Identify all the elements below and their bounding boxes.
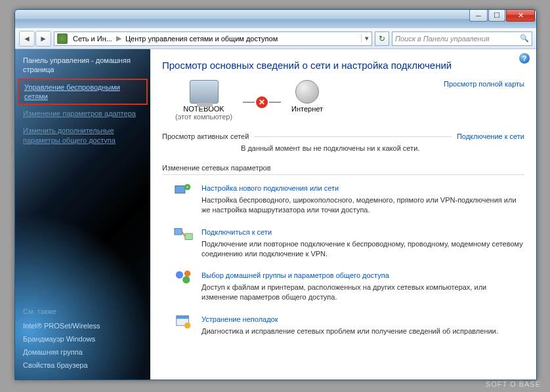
watermark: SOFT O BASE (486, 380, 541, 388)
setting-desc-3: Диагностика и исправление сетевых пробле… (201, 326, 498, 336)
main-content: ? Просмотр основных сведений о сети и на… (150, 49, 536, 380)
setting-link-2[interactable]: Выбор домашней группы и параметров общег… (201, 271, 389, 279)
network-map: NOTEBOOK (этот компьютер) ✕ Интернет Про… (175, 80, 524, 121)
search-icon: 🔍 (520, 34, 529, 43)
address-dropdown[interactable]: ▾ (361, 34, 371, 43)
breadcrumb-seg2[interactable]: Центр управления сетями и общим доступом (123, 35, 280, 43)
connect-network-link[interactable]: Подключение к сети (457, 132, 524, 140)
svg-rect-0 (175, 186, 185, 193)
sidebar-link-wireless[interactable]: Управление беспроводными сетями (18, 79, 148, 106)
setting-desc-1: Подключение или повторное подключение к … (201, 239, 524, 259)
computer-icon (190, 80, 219, 104)
node-pc-sub: (этот компьютер) (175, 113, 232, 121)
setting-item-homegroup: Выбор домашней группы и параметров общег… (174, 269, 524, 302)
maximize-button[interactable]: ☐ (488, 10, 505, 22)
help-icon[interactable]: ? (519, 53, 530, 64)
disconnected-icon: ✕ (256, 96, 268, 108)
new-connection-icon: + (174, 182, 194, 200)
connect-icon (174, 225, 194, 244)
view-full-map-link[interactable]: Просмотр полной карты (444, 80, 524, 88)
search-input[interactable]: Поиск в Панели управления 🔍 (392, 31, 532, 46)
settings-header: Изменение сетевых параметров (162, 164, 524, 172)
globe-icon (295, 80, 319, 104)
svg-point-10 (184, 323, 190, 328)
sidebar-link-adapter[interactable]: Изменение параметров адаптера (15, 105, 150, 122)
active-networks-msg: В данный момент вы не подключены ни к ка… (162, 140, 524, 152)
troubleshoot-icon (174, 313, 194, 331)
svg-rect-3 (175, 228, 182, 234)
sidebar-seealso-3[interactable]: Свойства браузера (23, 359, 142, 372)
close-button[interactable]: ✕ (506, 10, 535, 22)
sidebar-link-sharing[interactable]: Изменить дополнительные параметры общего… (15, 122, 150, 149)
node-net-label: Интернет (291, 105, 323, 113)
svg-rect-9 (177, 316, 189, 319)
sidebar-seealso-1[interactable]: Брандмауэр Windows (23, 332, 142, 345)
network-connection: ✕ (243, 92, 281, 108)
nav-back-button[interactable]: ◄ (19, 31, 35, 47)
setting-desc-2: Доступ к файлам и принтерам, расположенн… (201, 283, 524, 302)
sidebar: Панель управления - домашняя страница Уп… (15, 49, 150, 380)
active-networks-header: Просмотр активных сетей (162, 132, 249, 140)
network-node-internet: Интернет (291, 80, 323, 113)
navbar: ◄ ► Сеть и Ин... ▶ Центр управления сетя… (15, 28, 536, 49)
minimize-button[interactable]: ─ (469, 10, 488, 22)
sidebar-seealso-header: См. также (23, 307, 142, 315)
setting-link-3[interactable]: Устранение неполадок (201, 315, 278, 323)
homegroup-icon (174, 269, 194, 287)
network-node-pc: NOTEBOOK (этот компьютер) (175, 80, 232, 121)
svg-rect-4 (185, 233, 192, 239)
nav-forward-button[interactable]: ► (35, 31, 51, 47)
setting-item-new-connection: + Настройка нового подключения или сети … (174, 182, 524, 215)
setting-item-connect: Подключиться к сети Подключение или повт… (174, 225, 524, 259)
refresh-button[interactable]: ↻ (375, 31, 389, 46)
svg-point-6 (182, 277, 190, 284)
sidebar-seealso-0[interactable]: Intel® PROSet/Wireless (23, 319, 142, 332)
page-title: Просмотр основных сведений о сети и наст… (162, 60, 524, 71)
address-icon (57, 33, 68, 44)
search-placeholder: Поиск в Панели управления (395, 35, 490, 43)
window: ─ ☐ ✕ ◄ ► Сеть и Ин... ▶ Центр управлени… (14, 9, 537, 380)
sidebar-home-link[interactable]: Панель управления - домашняя страница (23, 56, 142, 75)
setting-link-0[interactable]: Настройка нового подключения или сети (201, 184, 339, 192)
titlebar: ─ ☐ ✕ (15, 10, 536, 28)
svg-text:+: + (186, 184, 189, 190)
svg-point-7 (184, 271, 190, 277)
address-bar[interactable]: Сеть и Ин... ▶ Центр управления сетями и… (54, 31, 372, 46)
sidebar-seealso-2[interactable]: Домашняя группа (23, 345, 142, 359)
setting-desc-0: Настройка беспроводного, широкополосного… (201, 195, 524, 215)
breadcrumb-seg1[interactable]: Сеть и Ин... (70, 35, 115, 43)
setting-item-troubleshoot: Устранение неполадок Диагностика и испра… (174, 313, 524, 336)
setting-link-1[interactable]: Подключиться к сети (201, 228, 272, 236)
svg-point-5 (176, 271, 183, 279)
breadcrumb-sep: ▶ (115, 34, 123, 43)
